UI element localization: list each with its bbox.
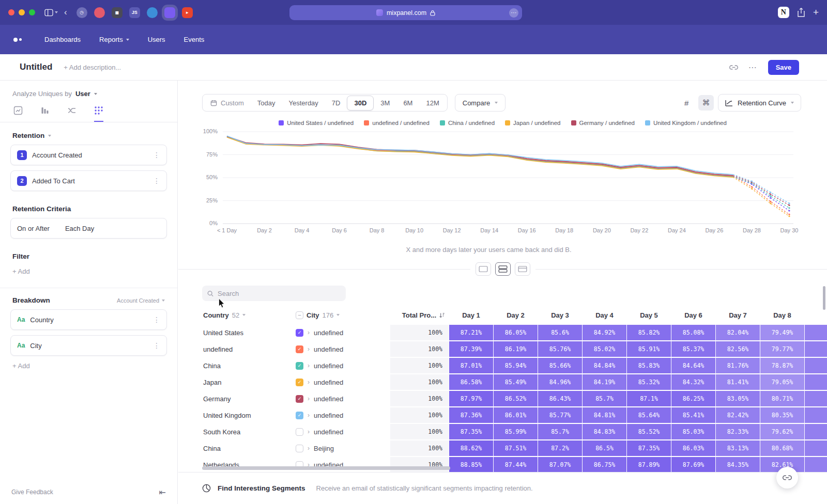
tab-retention[interactable] bbox=[94, 106, 103, 122]
criteria-each-day[interactable]: Each Day bbox=[65, 225, 94, 232]
copy-link-icon[interactable] bbox=[729, 63, 738, 72]
tab-funnels[interactable] bbox=[40, 106, 50, 122]
add-filter-button[interactable]: + Add bbox=[12, 267, 177, 275]
nav-item-events[interactable]: Events bbox=[184, 36, 205, 43]
range-3m[interactable]: 3M bbox=[374, 94, 396, 111]
notion-extension-icon[interactable]: N bbox=[778, 7, 789, 18]
tab-flows[interactable] bbox=[67, 106, 76, 122]
row-checkbox[interactable]: ✓ bbox=[296, 345, 303, 353]
row-checkbox[interactable]: ✓ bbox=[296, 379, 303, 386]
select-all-checkbox[interactable]: – bbox=[296, 311, 303, 319]
keyboard-shortcuts-icon-button[interactable]: ⌘ bbox=[698, 95, 714, 111]
day-column-header[interactable]: Day 2 bbox=[494, 311, 538, 319]
analyze-value[interactable]: User bbox=[75, 90, 90, 98]
day-column-header[interactable]: Day 8 bbox=[760, 311, 804, 319]
tab-insights[interactable] bbox=[13, 106, 23, 122]
new-tab-icon[interactable]: + bbox=[813, 7, 819, 18]
total-column-header[interactable]: Total Pro... bbox=[390, 311, 449, 319]
expand-chevron-icon[interactable]: › bbox=[308, 428, 310, 435]
page-actions-icon[interactable]: ⋯ bbox=[509, 8, 518, 18]
day-column-header[interactable]: Day 4 bbox=[583, 311, 626, 319]
expand-chevron-icon[interactable]: › bbox=[308, 329, 310, 336]
range-30d[interactable]: 30D bbox=[347, 96, 374, 111]
row-checkbox[interactable]: ✓ bbox=[296, 362, 303, 370]
kebab-menu-icon[interactable]: ⋮ bbox=[153, 341, 160, 350]
layout-chart-only-button[interactable] bbox=[476, 262, 491, 276]
browser-favicon-js[interactable]: JS bbox=[129, 7, 140, 18]
mixpanel-logo[interactable] bbox=[13, 38, 22, 42]
expand-chevron-icon[interactable]: › bbox=[308, 345, 310, 353]
annotations-icon-button[interactable]: # bbox=[679, 95, 694, 111]
row-checkbox[interactable]: ✓ bbox=[296, 412, 303, 419]
day-column-header[interactable]: Day 5 bbox=[627, 311, 671, 319]
give-feedback-link[interactable]: Give Feedback bbox=[11, 489, 53, 496]
browser-sidebar-toggle[interactable] bbox=[44, 9, 58, 17]
kebab-menu-icon[interactable]: ⋮ bbox=[153, 177, 160, 185]
analyze-uniques-row[interactable]: Analyze Uniques by User bbox=[0, 81, 177, 98]
criteria-on-or-after[interactable]: On or After bbox=[17, 225, 50, 232]
breakdown-card[interactable]: AaCity⋮ bbox=[10, 335, 167, 356]
day-column-header[interactable]: Day 3 bbox=[538, 311, 582, 319]
browser-favicon-cube[interactable]: ◼ bbox=[112, 7, 122, 18]
browser-favicon-dot[interactable] bbox=[94, 7, 105, 18]
expand-chevron-icon[interactable]: › bbox=[308, 395, 310, 402]
save-button[interactable]: Save bbox=[768, 60, 799, 75]
range-yesterday[interactable]: Yesterday bbox=[282, 94, 325, 111]
step-card[interactable]: 1Account Created⋮ bbox=[10, 145, 167, 165]
range-6m[interactable]: 6M bbox=[396, 94, 419, 111]
row-checkbox[interactable]: ✓ bbox=[296, 395, 303, 403]
day-column-header[interactable]: Day 6 bbox=[671, 311, 715, 319]
city-column-header[interactable]: –City176 bbox=[296, 311, 390, 319]
add-description[interactable]: + Add description... bbox=[64, 64, 121, 71]
add-breakdown-button[interactable]: + Add bbox=[12, 362, 177, 370]
step-label[interactable]: Added To Cart bbox=[32, 177, 75, 185]
browser-favicon-mixpanel[interactable] bbox=[164, 7, 175, 18]
browser-favicon-video[interactable]: ▸ bbox=[182, 7, 193, 18]
step-label[interactable]: Account Created bbox=[32, 151, 82, 159]
zoom-window-button[interactable] bbox=[29, 9, 35, 15]
legend-item[interactable]: Japan / undefined bbox=[505, 120, 560, 126]
legend-item[interactable]: China / undefined bbox=[440, 120, 495, 126]
chart-type-selector[interactable]: Retention Curve bbox=[718, 94, 801, 112]
vertical-scrollbar-thumb[interactable] bbox=[823, 286, 825, 310]
nav-item-dashboards[interactable]: Dashboards bbox=[44, 36, 81, 43]
expand-chevron-icon[interactable]: › bbox=[308, 412, 310, 419]
kebab-menu-icon[interactable]: ⋮ bbox=[153, 316, 160, 324]
segments-title[interactable]: Find Interesting Segments bbox=[218, 484, 305, 492]
window-controls[interactable] bbox=[8, 9, 35, 15]
nav-item-users[interactable]: Users bbox=[148, 36, 165, 43]
row-checkbox[interactable] bbox=[296, 428, 303, 436]
share-icon[interactable] bbox=[797, 8, 805, 17]
share-link-fab[interactable] bbox=[776, 467, 798, 489]
criteria-card[interactable]: On or After Each Day bbox=[10, 218, 167, 239]
layout-split-button[interactable] bbox=[495, 262, 511, 276]
kebab-menu-icon[interactable]: ⋮ bbox=[153, 151, 160, 159]
compare-button[interactable]: Compare bbox=[455, 94, 506, 112]
legend-item[interactable]: United States / undefined bbox=[279, 120, 354, 126]
legend-item[interactable]: United Kingdom / undefined bbox=[645, 120, 727, 126]
range-12m[interactable]: 12M bbox=[419, 94, 446, 111]
browser-favicon-globe[interactable] bbox=[147, 7, 158, 18]
row-checkbox[interactable]: ✓ bbox=[296, 329, 303, 337]
nav-item-reports[interactable]: Reports bbox=[99, 36, 129, 43]
browser-favicon-clock[interactable]: ◷ bbox=[76, 7, 87, 18]
table-search-input[interactable] bbox=[218, 290, 341, 297]
expand-chevron-icon[interactable]: › bbox=[308, 379, 310, 386]
back-button[interactable]: ‹ bbox=[64, 7, 67, 18]
retention-section-header[interactable]: Retention bbox=[12, 132, 165, 139]
expand-chevron-icon[interactable]: › bbox=[308, 445, 310, 452]
breakdown-scope-selector[interactable]: Account Created bbox=[117, 297, 165, 304]
report-title[interactable]: Untitled bbox=[20, 62, 52, 72]
breakdown-property-label[interactable]: Country bbox=[30, 316, 54, 324]
row-checkbox[interactable] bbox=[296, 445, 303, 452]
range-today[interactable]: Today bbox=[251, 94, 282, 111]
day-column-header[interactable]: Day 7 bbox=[716, 311, 760, 319]
expand-chevron-icon[interactable]: › bbox=[308, 362, 310, 369]
minimize-window-button[interactable] bbox=[19, 9, 25, 15]
country-column-header[interactable]: Country52 bbox=[202, 311, 295, 319]
range-custom[interactable]: Custom bbox=[204, 94, 251, 111]
close-window-button[interactable] bbox=[8, 9, 14, 15]
horizontal-scrollbar-thumb[interactable] bbox=[202, 466, 450, 470]
more-options-icon[interactable]: ⋯ bbox=[748, 62, 758, 72]
step-card[interactable]: 2Added To Cart⋮ bbox=[10, 170, 167, 191]
